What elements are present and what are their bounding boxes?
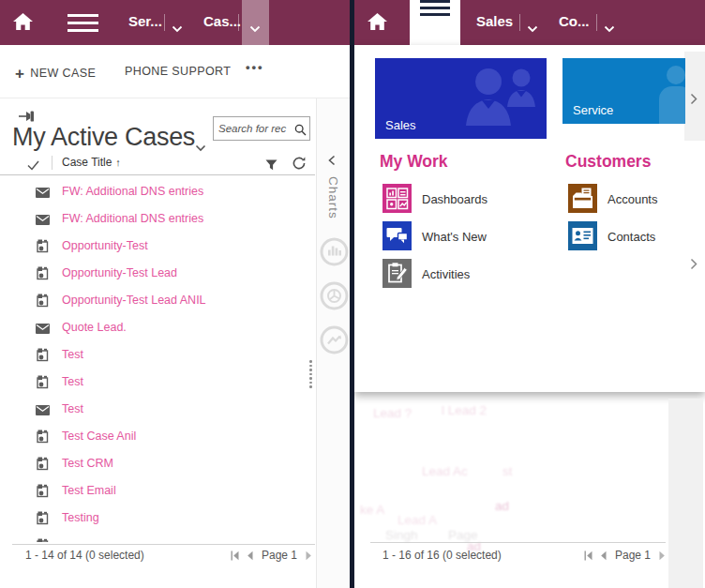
bar-chart-icon[interactable] <box>320 237 349 270</box>
line-chart-icon[interactable] <box>320 325 349 358</box>
faded-background-text: Lead A <box>398 513 437 527</box>
navigation-flyout: Sales Service My Work Customers <box>354 45 705 392</box>
case-icon <box>36 375 49 393</box>
service-icon-partial <box>659 64 685 124</box>
email-icon <box>36 321 50 338</box>
faded-background-text: ke A <box>360 503 384 517</box>
column-header-case-title[interactable]: Case Title↑ <box>62 156 121 169</box>
grid-header: Case Title↑ <box>0 152 315 175</box>
table-row[interactable]: Test <box>0 368 315 395</box>
email-icon <box>36 212 50 229</box>
table-row[interactable]: Opportunity-Test Lead ANIL <box>0 286 315 313</box>
scroll-right-chevron-icon[interactable] <box>690 92 698 109</box>
scroll-right-chevron-icon[interactable] <box>690 257 698 274</box>
next-page-icon[interactable] <box>306 550 313 561</box>
case-title-link[interactable]: Quote Lead. <box>62 321 127 334</box>
table-row[interactable]: Test CRM <box>0 449 315 476</box>
table-row[interactable]: Testing <box>0 504 315 531</box>
table-row[interactable]: Quote Lead. <box>0 313 315 340</box>
case-icon <box>36 511 49 529</box>
case-title-link[interactable]: FW: Additional DNS entries <box>62 212 203 225</box>
search-input[interactable] <box>218 118 293 139</box>
nav-entity-label[interactable]: Cas... <box>203 13 241 29</box>
first-page-icon[interactable] <box>584 550 592 561</box>
chevron-down-icon[interactable] <box>172 20 183 37</box>
record-search-box <box>213 116 310 141</box>
table-row[interactable]: Opportunity-Test Lead <box>0 259 315 286</box>
next-page-icon[interactable] <box>659 550 667 561</box>
pie-chart-icon[interactable] <box>320 281 349 314</box>
refresh-icon[interactable] <box>292 157 306 173</box>
nav-separator <box>519 14 520 31</box>
table-row[interactable] <box>0 531 315 542</box>
tile-service[interactable]: Service <box>562 58 685 124</box>
chevron-down-icon[interactable] <box>249 20 261 37</box>
section-title-my-work: My Work <box>380 152 448 172</box>
activities-icon <box>382 259 412 288</box>
tile-sales[interactable]: Sales <box>375 58 547 139</box>
case-title-link[interactable]: Test <box>62 348 83 361</box>
previous-page-icon[interactable] <box>599 550 607 561</box>
phone-support-button[interactable]: PHONE SUPPORT <box>125 65 231 78</box>
nav-entity-label[interactable]: Co... <box>559 13 590 29</box>
new-case-button[interactable]: +NEW CASE <box>15 65 96 83</box>
faded-background-text: l Lead 2 <box>442 403 487 417</box>
case-list: FW: Additional DNS entries FW: Additiona… <box>0 175 315 542</box>
case-title-link[interactable]: Testing <box>62 511 99 524</box>
case-title-link[interactable]: Opportunity-Test Lead <box>62 266 177 279</box>
home-icon[interactable] <box>368 13 387 34</box>
section-title-customers: Customers <box>565 152 651 172</box>
accounts-icon <box>568 184 597 213</box>
table-row[interactable]: FW: Additional DNS entries <box>0 204 315 232</box>
filter-icon[interactable] <box>265 158 278 174</box>
faded-background-text: Lead ? <box>373 406 412 420</box>
table-row[interactable]: Test Email <box>0 476 315 504</box>
more-commands-icon[interactable]: ••• <box>246 60 264 74</box>
table-row[interactable]: Test Case Anil <box>0 422 315 449</box>
hamburger-menu-open-icon[interactable] <box>410 0 460 52</box>
footer-divider <box>370 542 666 543</box>
dashboards-icon <box>382 184 412 213</box>
hamburger-menu-icon[interactable] <box>68 14 98 32</box>
chevron-down-icon[interactable] <box>527 20 538 37</box>
people-icon <box>455 66 541 129</box>
nav-area-label[interactable]: Sales <box>476 13 513 29</box>
menu-item-label: Accounts <box>608 192 657 206</box>
table-row[interactable]: Opportunity-Test <box>0 232 315 259</box>
case-title-link[interactable]: Opportunity-Test Lead ANIL <box>62 294 206 307</box>
menu-item-label: Contacts <box>608 230 655 244</box>
view-title[interactable]: My Active Cases <box>12 123 195 152</box>
select-all-checkmark-icon[interactable] <box>27 158 39 174</box>
left-top-nav: Ser... Cas... <box>0 0 350 45</box>
table-row[interactable]: Test <box>0 340 315 368</box>
chevron-down-icon[interactable] <box>604 20 615 37</box>
first-page-icon[interactable] <box>231 550 239 561</box>
faded-background-text: Lead Ac <box>422 464 468 478</box>
footer-divider <box>12 544 315 545</box>
case-title-link[interactable]: Test Email <box>62 484 116 497</box>
case-icon <box>36 266 49 284</box>
expand-charts-chevron-icon[interactable] <box>328 153 336 170</box>
case-title-link[interactable]: Opportunity-Test <box>62 239 148 252</box>
nav-area-label[interactable]: Ser... <box>128 13 162 29</box>
case-title-link[interactable]: Test <box>62 375 83 388</box>
nav-separator <box>164 14 165 31</box>
nav-separator <box>596 14 597 31</box>
panel-resize-handle[interactable] <box>309 360 312 390</box>
vertical-scrollbar[interactable] <box>668 399 703 588</box>
previous-page-icon[interactable] <box>246 550 253 561</box>
case-title-link[interactable]: Test <box>62 402 83 415</box>
case-title-link[interactable]: Test Case Anil <box>62 430 136 443</box>
case-icon <box>36 239 49 257</box>
case-title-link[interactable]: FW: Additional DNS entries <box>62 185 203 198</box>
search-icon[interactable] <box>294 123 307 140</box>
table-row[interactable]: FW: Additional DNS entries <box>0 177 315 204</box>
home-icon[interactable] <box>13 13 33 34</box>
faded-background-text: st <box>502 464 513 478</box>
nav-chevron-highlight[interactable] <box>242 0 269 45</box>
case-title-link[interactable]: Test CRM <box>62 457 113 470</box>
table-row[interactable]: Test <box>0 395 315 422</box>
charts-collapsed-panel: Charts <box>316 98 350 588</box>
page-label: Page 1 <box>262 549 297 562</box>
right-top-nav: Sales Co... <box>354 0 705 45</box>
